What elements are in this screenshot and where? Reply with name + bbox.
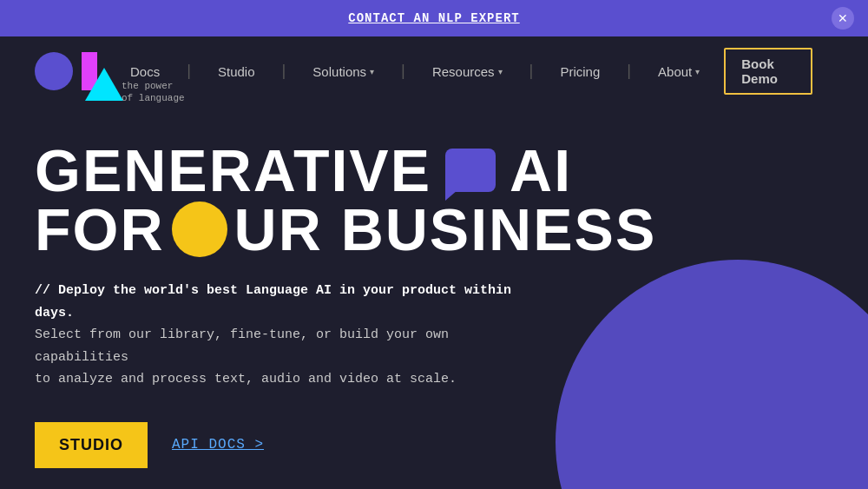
nav-resources-label: Resources [432,64,495,79]
nav-about-label: About [658,64,692,79]
nav-resources[interactable]: Resources ▾ [432,64,503,79]
hero-section: GENERATIVE AI FOR UR BUSINESS // Deploy … [0,106,868,468]
studio-button[interactable]: STUDIO [35,422,148,468]
hero-subtitle: // Deploy the world's best Language AI i… [35,280,521,391]
api-docs-link[interactable]: API DOCS > [172,437,264,453]
logo-triangle [85,68,123,101]
nav-separator-5: | [624,63,634,80]
hero-title-for: FOR [35,200,165,259]
nav-about[interactable]: About ▾ [658,64,700,79]
logo-shapes: the powerof language [35,36,130,106]
nav-docs[interactable]: Docs [130,64,160,79]
navbar: the powerof language Docs | Studio | Sol… [0,36,868,106]
book-demo-button[interactable]: Book Demo [724,48,812,95]
nav-separator-3: | [398,63,408,80]
logo[interactable]: the powerof language [35,36,130,106]
main-content: GENERATIVE AI FOR UR BUSINESS // Deploy … [0,106,868,468]
chat-bubble-icon [445,149,496,192]
nav-separator-1: | [184,63,194,80]
nav-pricing[interactable]: Pricing [560,64,600,79]
nav-separator-2: | [279,63,289,80]
hero-title-line2: FOR UR BUSINESS [35,200,833,259]
banner-close-button[interactable]: ✕ [832,7,854,30]
nav-separator-4: | [527,63,536,80]
nav-links: Docs | Studio | Solutions ▾ | Resources … [130,48,812,95]
hero-title-ai: AI [510,141,572,200]
nav-solutions[interactable]: Solutions ▾ [312,64,374,79]
hero-subtitle-highlight: // Deploy the world's best Language AI i… [35,283,511,320]
logo-circle [35,52,73,90]
hero-title-business: UR BUSINESS [234,200,657,259]
nav-solutions-label: Solutions [312,64,366,79]
hero-buttons: STUDIO API DOCS > [35,422,833,468]
hero-title-line1: GENERATIVE AI [35,141,833,200]
chevron-down-icon-2: ▾ [498,67,503,76]
chevron-down-icon: ▾ [370,67,374,76]
hero-title: GENERATIVE AI FOR UR BUSINESS [35,141,833,259]
hero-title-generative: GENERATIVE [35,141,431,200]
yellow-circle-o [172,202,227,257]
nav-studio[interactable]: Studio [218,64,255,79]
top-banner: CONTACT AN NLP EXPERT ✕ [0,0,868,36]
logo-tagline: the powerof language [122,80,185,105]
chevron-down-icon-3: ▾ [695,67,700,76]
hero-body-text: Select from our library, fine-tune, or b… [35,327,457,387]
banner-cta-link[interactable]: CONTACT AN NLP EXPERT [348,11,519,25]
